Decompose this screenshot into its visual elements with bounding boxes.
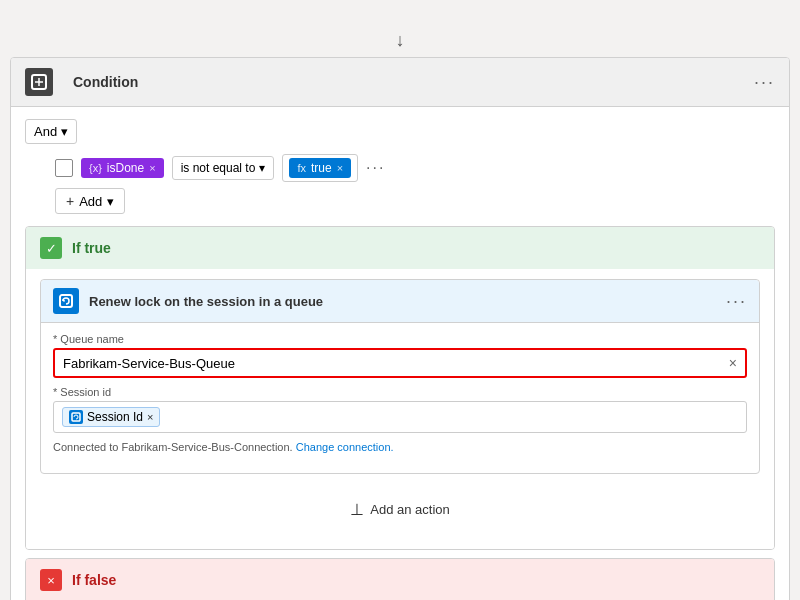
session-id-input[interactable]: Session Id ×	[53, 401, 747, 433]
renew-lock-icon	[58, 293, 74, 309]
action-title: Renew lock on the session in a queue	[89, 294, 716, 309]
and-chevron-icon: ▾	[61, 124, 68, 139]
condition-title: Condition	[73, 74, 744, 90]
queue-name-value: Fabrikam-Service-Bus-Queue	[63, 356, 235, 371]
if-false-badge: ×	[40, 569, 62, 591]
true-tag-text: true	[311, 161, 332, 175]
change-connection-link[interactable]: Change connection.	[296, 441, 394, 453]
action-icon	[53, 288, 79, 314]
svg-rect-4	[72, 413, 80, 421]
action-card-header: Renew lock on the session in a queue ···	[41, 280, 759, 323]
if-false-section: × If false ⊥ Add an action	[25, 558, 775, 600]
queue-name-label: * Queue name	[53, 333, 747, 345]
session-tag-text: Session Id	[87, 410, 143, 424]
condition-menu-button[interactable]: ···	[754, 72, 775, 93]
condition-items-row: {x} isDone × is not equal to ▾ fx true ×	[55, 154, 775, 182]
queue-name-input[interactable]: Fabrikam-Service-Bus-Queue ×	[53, 348, 747, 378]
session-tag-icon	[69, 410, 83, 424]
session-tag: Session Id ×	[62, 407, 160, 427]
condition-checkbox[interactable]	[55, 159, 73, 177]
add-action-container-true: ⊥ Add an action	[40, 484, 760, 535]
true-tag: fx true ×	[289, 158, 351, 178]
condition-header-icon	[25, 68, 53, 96]
action-card: Renew lock on the session in a queue ···…	[40, 279, 760, 474]
top-connector: ↓	[10, 30, 790, 51]
action-body: * Queue name Fabrikam-Service-Bus-Queue …	[41, 323, 759, 473]
condition-and-row: And ▾	[25, 119, 775, 144]
session-id-label: * Session id	[53, 386, 747, 398]
if-false-label: If false	[72, 572, 116, 588]
action-menu-button[interactable]: ···	[726, 291, 747, 312]
connection-info: Connected to Fabrikam-Service-Bus-Connec…	[53, 441, 747, 453]
isdone-tag-icon: {x}	[89, 162, 102, 174]
condition-header: Condition ···	[11, 58, 789, 107]
add-action-icon-true: ⊥	[350, 500, 364, 519]
add-condition-button[interactable]: + Add ▾	[55, 188, 125, 214]
condition-card: Condition ··· And ▾ {x} isDone ×	[10, 57, 790, 600]
queue-name-clear[interactable]: ×	[729, 355, 737, 371]
isdone-tag-text: isDone	[107, 161, 144, 175]
if-true-label: If true	[72, 240, 111, 256]
true-tag-close[interactable]: ×	[337, 162, 343, 174]
add-chevron-icon: ▾	[107, 194, 114, 209]
operator-label: is not equal to	[181, 161, 256, 175]
condition-body: And ▾ {x} isDone × is not equal to ▾	[11, 107, 789, 600]
add-plus-icon: +	[66, 193, 74, 209]
svg-rect-3	[60, 295, 72, 307]
if-true-body: Renew lock on the session in a queue ···…	[26, 269, 774, 549]
if-true-header: ✓ If true	[26, 227, 774, 269]
operator-chevron-icon: ▾	[259, 161, 265, 175]
operator-dropdown[interactable]: is not equal to ▾	[172, 156, 275, 180]
condition-icon	[31, 74, 47, 90]
isdone-tag: {x} isDone ×	[81, 158, 164, 178]
session-tag-close[interactable]: ×	[147, 411, 153, 423]
isdone-tag-close[interactable]: ×	[149, 162, 155, 174]
if-true-section: ✓ If true	[25, 226, 775, 550]
and-dropdown[interactable]: And ▾	[25, 119, 77, 144]
add-action-button-true[interactable]: ⊥ Add an action	[40, 492, 760, 527]
condition-ellipsis[interactable]: ···	[366, 159, 385, 177]
if-true-badge: ✓	[40, 237, 62, 259]
if-false-header: × If false	[26, 559, 774, 600]
value-box: fx true ×	[282, 154, 358, 182]
true-tag-icon: fx	[297, 162, 306, 174]
arrow-down-icon: ↓	[396, 30, 405, 51]
